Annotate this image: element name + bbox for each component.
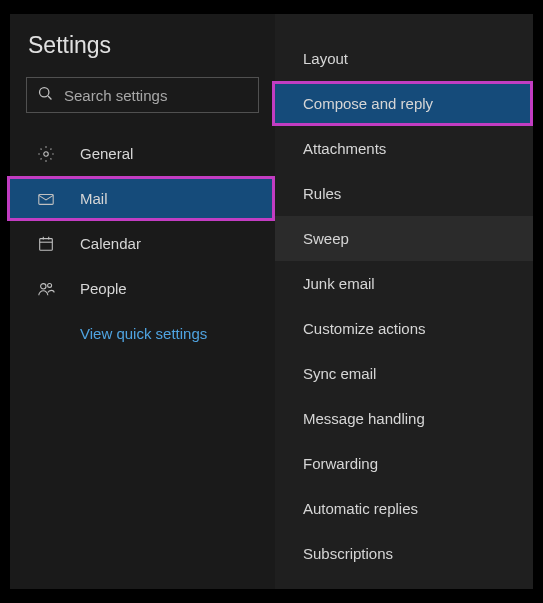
people-icon (35, 280, 56, 298)
svg-point-0 (40, 87, 49, 96)
subnav-subscriptions[interactable]: Subscriptions (275, 531, 533, 576)
svg-line-1 (48, 96, 51, 99)
view-quick-settings-link[interactable]: View quick settings (10, 311, 275, 356)
subnav-label: Sync email (303, 365, 376, 382)
search-icon (37, 85, 64, 106)
subnav-layout[interactable]: Layout (275, 36, 533, 81)
settings-subnav: Layout Compose and reply Attachments Rul… (275, 14, 533, 589)
calendar-icon (35, 235, 56, 253)
subnav-rules[interactable]: Rules (275, 171, 533, 216)
subnav-label: Subscriptions (303, 545, 393, 562)
svg-rect-4 (39, 238, 52, 250)
svg-point-2 (43, 151, 48, 156)
subnav-label: Junk email (303, 275, 375, 292)
nav-label: Mail (80, 190, 108, 207)
nav-mail[interactable]: Mail (7, 176, 275, 221)
subnav-junk-email[interactable]: Junk email (275, 261, 533, 306)
link-label: View quick settings (80, 325, 207, 342)
subnav-sync-email[interactable]: Sync email (275, 351, 533, 396)
subnav-customize-actions[interactable]: Customize actions (275, 306, 533, 351)
subnav-compose-and-reply[interactable]: Compose and reply (272, 81, 533, 126)
subnav-label: Attachments (303, 140, 386, 157)
settings-title: Settings (10, 32, 275, 59)
nav-label: Calendar (80, 235, 141, 252)
gear-icon (35, 145, 56, 163)
nav-people[interactable]: People (10, 266, 275, 311)
mail-icon (35, 190, 56, 208)
subnav-label: Layout (303, 50, 348, 67)
nav-general[interactable]: General (10, 131, 275, 176)
search-container[interactable] (26, 77, 259, 113)
subnav-automatic-replies[interactable]: Automatic replies (275, 486, 533, 531)
subnav-label: Rules (303, 185, 341, 202)
subnav-sweep[interactable]: Sweep (275, 216, 533, 261)
svg-point-14 (40, 283, 45, 288)
subnav-label: Compose and reply (303, 95, 433, 112)
subnav-forwarding[interactable]: Forwarding (275, 441, 533, 486)
nav-calendar[interactable]: Calendar (10, 221, 275, 266)
subnav-message-handling[interactable]: Message handling (275, 396, 533, 441)
search-input[interactable] (64, 87, 254, 104)
subnav-label: Message handling (303, 410, 425, 427)
settings-panel: Settings General Mail Calendar (10, 14, 533, 589)
subnav-label: Sweep (303, 230, 349, 247)
nav-label: People (80, 280, 127, 297)
subnav-label: Customize actions (303, 320, 426, 337)
subnav-label: Forwarding (303, 455, 378, 472)
settings-sidebar: Settings General Mail Calendar (10, 14, 275, 589)
nav-label: General (80, 145, 133, 162)
svg-point-15 (47, 283, 51, 287)
subnav-attachments[interactable]: Attachments (275, 126, 533, 171)
subnav-label: Automatic replies (303, 500, 418, 517)
